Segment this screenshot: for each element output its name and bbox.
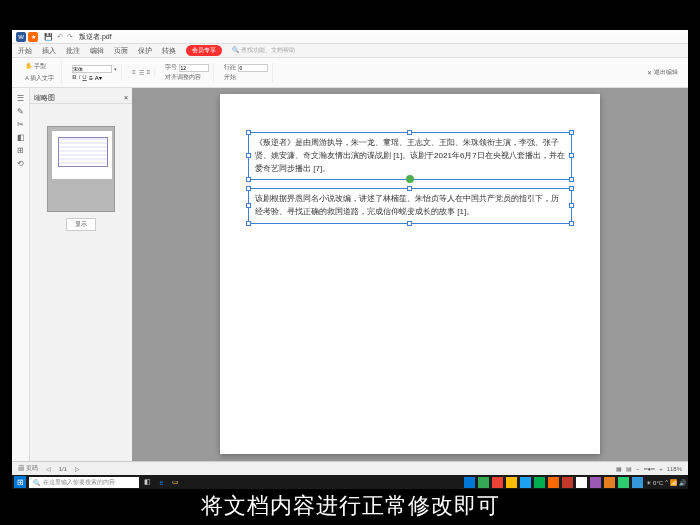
tool-refresh-icon[interactable]: ⟲ bbox=[17, 159, 24, 168]
app-icon-6[interactable] bbox=[534, 477, 545, 488]
tab-start[interactable]: 开始 bbox=[18, 46, 32, 56]
app-icon: W bbox=[16, 32, 26, 42]
tool-outline-icon[interactable]: ☰ bbox=[17, 94, 24, 103]
app-icon-4[interactable] bbox=[506, 477, 517, 488]
tab-convert[interactable]: 转换 bbox=[162, 46, 176, 56]
rotate-handle-icon[interactable] bbox=[406, 175, 414, 183]
tray-volume-icon[interactable]: 🔊 bbox=[679, 479, 686, 486]
tray-chevron-icon[interactable]: ^ bbox=[665, 479, 668, 485]
align-center-icon[interactable]: ☰ bbox=[139, 69, 144, 76]
align-right-icon[interactable]: ≡ bbox=[147, 69, 151, 76]
page-thumbnail[interactable] bbox=[47, 126, 115, 212]
tray-network-icon[interactable]: 📶 bbox=[670, 479, 677, 486]
view-single-icon[interactable]: ▤ bbox=[626, 465, 632, 472]
close-edit-button[interactable]: ✕ 退出编辑 bbox=[647, 68, 678, 77]
task-view-icon[interactable]: ◧ bbox=[142, 477, 153, 488]
tab-protect[interactable]: 保护 bbox=[138, 46, 152, 56]
statusbar: ▦ 页码 ◁ 1/1 ▷ ▦ ▤ − ━●━ + 118% bbox=[12, 461, 688, 475]
line-height-input[interactable] bbox=[238, 64, 268, 72]
app-icon-3[interactable] bbox=[492, 477, 503, 488]
app-icon-7[interactable] bbox=[548, 477, 559, 488]
font-color-button[interactable]: A▾ bbox=[95, 74, 102, 81]
font-size-label: ▾ bbox=[114, 66, 117, 72]
left-panel: ☰ ✎ ✂ ◧ ⊞ ⟲ 缩略图 × 显示 bbox=[12, 88, 132, 461]
document-page: 《叛逆者》是由周游执导，朱一龙、童瑶、王志文、王阳、朱珠领衔主演，李强、张子贤、… bbox=[220, 94, 600, 454]
page-label: ▦ 页码 bbox=[18, 464, 38, 473]
app-icon-5[interactable] bbox=[520, 477, 531, 488]
tool-layout-icon[interactable]: ◧ bbox=[17, 133, 25, 142]
app-icon-9[interactable] bbox=[576, 477, 587, 488]
app-icon-1[interactable] bbox=[464, 477, 475, 488]
start-label: 开始 bbox=[224, 73, 268, 82]
page-indicator: 1/1 bbox=[59, 466, 67, 472]
align-adjust-label: 对齐调整内容 bbox=[165, 73, 201, 82]
tool-crop-icon[interactable]: ✂ bbox=[17, 120, 24, 129]
font-select[interactable] bbox=[72, 65, 112, 73]
video-subtitle: 将文档内容进行正常修改即可 bbox=[0, 491, 700, 521]
app-badge-icon: ★ bbox=[28, 32, 38, 42]
document-canvas[interactable]: 《叛逆者》是由周游执导，朱一龙、童瑶、王志文、王阳、朱珠领衔主演，李强、张子贤、… bbox=[132, 88, 688, 461]
app-icon-8[interactable] bbox=[562, 477, 573, 488]
tab-insert[interactable]: 插入 bbox=[42, 46, 56, 56]
tab-vip[interactable]: 会员专享 bbox=[186, 45, 222, 56]
text-content-2[interactable]: 该剧根据畀愚同名小说改编，讲述了林楠笙、朱怡贞等人在中国共产党员的指引下，历经考… bbox=[255, 194, 559, 216]
size-input[interactable] bbox=[179, 64, 209, 72]
app-icon-12[interactable] bbox=[618, 477, 629, 488]
taskbar-search[interactable]: 🔍 在这里输入你要搜索的内容 bbox=[29, 477, 139, 488]
titlebar: W ★ 💾 ↶ ↷ 叛逆者.pdf bbox=[12, 30, 688, 44]
close-icon: ✕ bbox=[647, 69, 652, 76]
text-block-1[interactable]: 《叛逆者》是由周游执导，朱一龙、童瑶、王志文、王阳、朱珠领衔主演，李强、张子贤、… bbox=[248, 132, 572, 180]
weather-widget[interactable]: ☀ 0°C bbox=[646, 479, 663, 486]
line-height-label: 行距 bbox=[224, 63, 236, 72]
strike-button[interactable]: S̶ bbox=[89, 74, 93, 81]
underline-button[interactable]: U bbox=[82, 74, 86, 81]
taskbar: ⊞ 🔍 在这里输入你要搜索的内容 ◧ e ▭ ☀ 0°C ^ 📶 🔊 bbox=[12, 475, 688, 489]
size-label: 字号 bbox=[165, 63, 177, 72]
thumbnail-label[interactable]: 显示 bbox=[66, 218, 96, 231]
tab-edit[interactable]: 编辑 bbox=[90, 46, 104, 56]
tool-grid-icon[interactable]: ⊞ bbox=[17, 146, 24, 155]
insert-text-button[interactable]: A 插入文字 bbox=[22, 73, 57, 84]
tool-strip: ☰ ✎ ✂ ◧ ⊞ ⟲ bbox=[12, 88, 30, 461]
explorer-icon[interactable]: ▭ bbox=[170, 477, 181, 488]
edge-icon[interactable]: e bbox=[156, 477, 167, 488]
tab-page[interactable]: 页面 bbox=[114, 46, 128, 56]
document-title: 叛逆者.pdf bbox=[79, 32, 112, 42]
menu-tabs: 开始 插入 批注 编辑 页面 保护 转换 会员专享 🔍 查找功能、文档帮助 bbox=[12, 44, 688, 58]
search-icon: 🔍 bbox=[33, 479, 40, 486]
zoom-in-button[interactable]: + bbox=[659, 466, 663, 472]
align-left-icon[interactable]: ≡ bbox=[132, 69, 136, 76]
zoom-value: 118% bbox=[667, 466, 682, 472]
qat-redo-icon[interactable]: ↷ bbox=[67, 33, 73, 41]
bold-button[interactable]: B bbox=[72, 74, 76, 81]
hand-tool-button[interactable]: ✋ 手型 bbox=[22, 61, 57, 72]
page-prev-button[interactable]: ◁ bbox=[46, 465, 51, 472]
zoom-out-button[interactable]: − bbox=[636, 466, 640, 472]
text-block-2[interactable]: 该剧根据畀愚同名小说改编，讲述了林楠笙、朱怡贞等人在中国共产党员的指引下，历经考… bbox=[248, 188, 572, 224]
page-next-button[interactable]: ▷ bbox=[75, 465, 80, 472]
italic-button[interactable]: I bbox=[79, 74, 81, 81]
qat-save-icon[interactable]: 💾 bbox=[44, 33, 53, 41]
ribbon: ✋ 手型 A 插入文字 ▾ B I U S̶ A▾ ≡ ☰ ≡ bbox=[12, 58, 688, 88]
zoom-slider[interactable]: ━●━ bbox=[644, 465, 656, 472]
close-panel-icon[interactable]: × bbox=[124, 94, 128, 101]
app-icon-11[interactable] bbox=[604, 477, 615, 488]
qat-undo-icon[interactable]: ↶ bbox=[57, 33, 63, 41]
view-mode-icon[interactable]: ▦ bbox=[616, 465, 622, 472]
tab-comment[interactable]: 批注 bbox=[66, 46, 80, 56]
system-tray[interactable]: ☀ 0°C ^ 📶 🔊 bbox=[646, 479, 686, 486]
thumbnail-header: 缩略图 × bbox=[30, 92, 132, 104]
text-content-1[interactable]: 《叛逆者》是由周游执导，朱一龙、童瑶、王志文、王阳、朱珠领衔主演，李强、张子贤、… bbox=[255, 138, 565, 173]
search-hint[interactable]: 🔍 查找功能、文档帮助 bbox=[232, 46, 295, 55]
app-icon-13[interactable] bbox=[632, 477, 643, 488]
tool-edit-icon[interactable]: ✎ bbox=[17, 107, 24, 116]
start-button[interactable]: ⊞ bbox=[14, 476, 26, 488]
app-icon-10[interactable] bbox=[590, 477, 601, 488]
app-icon-2[interactable] bbox=[478, 477, 489, 488]
